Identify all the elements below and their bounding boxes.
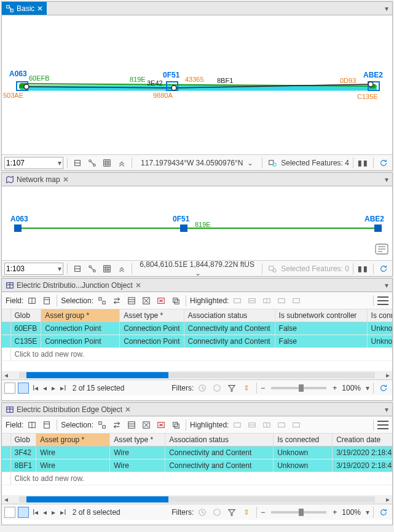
diagram-canvas[interactable]: A063 0F51 ABE2 60EFB 819E 3E42 43365 8BF… xyxy=(2,15,392,154)
refresh-icon[interactable] xyxy=(377,157,390,169)
sel-switch-icon[interactable] xyxy=(111,419,123,431)
hl-2-icon[interactable] xyxy=(246,295,258,307)
sel-delete-icon[interactable] xyxy=(155,419,167,431)
sel-all-icon[interactable] xyxy=(125,419,138,431)
map-canvas[interactable]: A063 0F51 ABE2 819E xyxy=(2,186,392,260)
table-grid[interactable]: Glob Asset group * Asset type * Associat… xyxy=(2,434,392,495)
col-subnetwork[interactable]: Is subnetwork controller xyxy=(275,309,367,322)
nav-prev-icon[interactable]: ◂ xyxy=(42,508,48,517)
filter-time-icon[interactable] xyxy=(196,506,208,518)
chevron-down-icon[interactable]: ▾ xyxy=(366,508,369,517)
sel-copy-icon[interactable] xyxy=(170,295,182,307)
hl-5-icon[interactable] xyxy=(290,419,302,431)
hamburger-icon[interactable] xyxy=(377,296,388,305)
hl-3-icon[interactable] xyxy=(261,419,273,431)
tool-snapping-icon[interactable] xyxy=(71,263,84,275)
table-grid[interactable]: Glob Asset group * Asset type * Associat… xyxy=(2,309,392,371)
col-asset-type[interactable]: Asset type * xyxy=(110,434,165,447)
mode-all-button[interactable] xyxy=(4,507,15,518)
hl-1-icon[interactable] xyxy=(231,419,243,431)
filter-range-icon[interactable] xyxy=(211,382,223,394)
hl-4-icon[interactable] xyxy=(275,419,288,431)
mode-selected-button[interactable] xyxy=(18,383,29,394)
pause-icon[interactable]: ▮▮ xyxy=(357,263,369,275)
tool-more-icon[interactable] xyxy=(116,157,128,169)
table-row[interactable]: 8BF1 Wire Wire Connectivity and Content … xyxy=(2,459,392,472)
field-add-icon[interactable] xyxy=(26,295,38,307)
col-asset-group[interactable]: Asset group * xyxy=(36,434,110,447)
tool-grid-icon[interactable] xyxy=(101,157,113,169)
close-icon[interactable]: ✕ xyxy=(135,281,141,290)
tab-network-map[interactable]: Network map ✕ xyxy=(2,173,73,186)
table-row[interactable]: C135E Connection Point Connection Point … xyxy=(2,335,392,348)
chevron-down-icon[interactable]: ▾ xyxy=(366,384,369,392)
hl-4-icon[interactable] xyxy=(275,295,288,307)
nav-prev-icon[interactable]: ◂ xyxy=(42,384,48,392)
tool-more-icon[interactable] xyxy=(116,263,128,275)
mode-selected-button[interactable] xyxy=(18,507,29,518)
chevron-down-icon[interactable]: ⌄ xyxy=(195,269,201,277)
zoom-out-icon[interactable]: − xyxy=(261,384,265,392)
sel-related-icon[interactable] xyxy=(96,419,108,431)
table-row[interactable]: 3F42 Wire Wire Connectivity and Content … xyxy=(2,447,392,459)
chevron-down-icon[interactable]: ▾ xyxy=(58,159,61,167)
filter-extent-icon[interactable] xyxy=(226,382,238,394)
chevron-down-icon[interactable]: ⌄ xyxy=(247,159,253,167)
chevron-down-icon[interactable]: ▾ xyxy=(58,264,61,273)
tool-constraints-icon[interactable] xyxy=(86,157,98,169)
col-globalid[interactable]: Glob xyxy=(10,309,41,322)
filter-sort-icon[interactable]: ⇕ xyxy=(240,506,253,518)
add-row-prompt[interactable]: Click to add new row. xyxy=(2,472,392,485)
sel-clear-icon[interactable] xyxy=(140,419,152,431)
scale-value[interactable] xyxy=(6,159,45,167)
col-asset-group[interactable]: Asset group * xyxy=(41,309,120,322)
refresh-icon[interactable] xyxy=(377,382,390,394)
pane-menu-dropdown[interactable]: ▾ xyxy=(381,173,392,186)
close-icon[interactable]: ✕ xyxy=(63,175,69,184)
tool-constraints-icon[interactable] xyxy=(86,263,98,275)
refresh-icon[interactable] xyxy=(377,263,390,275)
zoom-in-icon[interactable]: + xyxy=(333,508,337,517)
tool-snapping-icon[interactable] xyxy=(71,157,84,169)
table-row[interactable]: 60EFB Connection Point Connection Point … xyxy=(2,322,392,335)
tab-junction-object[interactable]: Electric Distributio...Junction Object ✕ xyxy=(2,279,145,292)
sel-related-icon[interactable] xyxy=(96,295,108,307)
field-calc-icon[interactable] xyxy=(41,419,53,431)
filter-extent-icon[interactable] xyxy=(226,506,238,518)
nav-next-icon[interactable]: ▸ xyxy=(50,508,57,517)
tool-grid-icon[interactable] xyxy=(101,263,113,275)
sel-switch-icon[interactable] xyxy=(111,295,123,307)
col-asset-type[interactable]: Asset type * xyxy=(120,309,184,322)
pane-menu-dropdown[interactable]: ▾ xyxy=(381,2,392,15)
h-scrollbar[interactable]: ◂▸ xyxy=(2,495,392,504)
nav-first-icon[interactable]: I◂ xyxy=(31,384,39,392)
zoom-slider[interactable] xyxy=(271,511,326,514)
pane-menu-dropdown[interactable]: ▾ xyxy=(381,279,392,292)
scale-input[interactable]: ▾ xyxy=(4,263,63,275)
refresh-icon[interactable] xyxy=(377,506,390,518)
scale-input[interactable]: ▾ xyxy=(4,157,63,169)
tab-basic[interactable]: Basic ✕ xyxy=(2,2,47,15)
pause-icon[interactable]: ▮▮ xyxy=(357,157,369,169)
close-icon[interactable]: ✕ xyxy=(37,4,43,13)
sel-copy-icon[interactable] xyxy=(170,419,182,431)
pane-menu-dropdown[interactable]: ▾ xyxy=(381,403,392,416)
nav-next-icon[interactable]: ▸ xyxy=(50,384,57,392)
col-connected[interactable]: Is connect xyxy=(367,309,392,322)
scale-value[interactable] xyxy=(6,264,45,273)
nav-last-icon[interactable]: ▸I xyxy=(59,508,67,517)
sel-delete-icon[interactable] xyxy=(155,295,167,307)
zoom-slider[interactable] xyxy=(271,387,326,389)
hl-5-icon[interactable] xyxy=(290,295,302,307)
h-scrollbar[interactable]: ◂▸ xyxy=(2,371,392,379)
nav-first-icon[interactable]: I◂ xyxy=(31,508,39,517)
sel-clear-icon[interactable] xyxy=(140,295,152,307)
col-globalid[interactable]: Glob xyxy=(10,434,36,447)
hl-2-icon[interactable] xyxy=(246,419,258,431)
field-add-icon[interactable] xyxy=(26,419,38,431)
zoom-out-icon[interactable]: − xyxy=(261,508,265,517)
tab-edge-object[interactable]: Electric Distribution Edge Object ✕ xyxy=(2,403,135,416)
hl-3-icon[interactable] xyxy=(261,295,273,307)
selection-icon[interactable] xyxy=(266,157,278,169)
zoom-in-icon[interactable]: + xyxy=(333,384,337,392)
